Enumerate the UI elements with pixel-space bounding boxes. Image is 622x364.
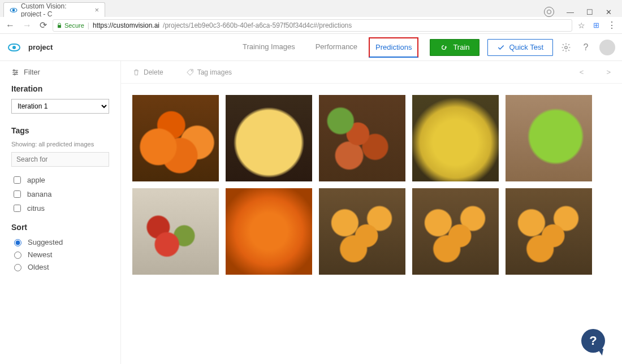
- prediction-thumb-5[interactable]: [506, 95, 592, 181]
- prediction-thumb-10[interactable]: [506, 188, 592, 275]
- sliders-icon: [11, 68, 19, 76]
- nav-forward-icon: →: [23, 20, 32, 31]
- tag-filter-citrus[interactable]: citrus: [11, 203, 109, 214]
- sort-label: Newest: [28, 250, 52, 259]
- tab-close-icon[interactable]: ×: [94, 6, 99, 14]
- nav-back-icon[interactable]: ←: [6, 20, 15, 31]
- filter-label: Filter: [24, 68, 40, 76]
- main-nav: Training Images Performance Predictions: [232, 34, 420, 61]
- help-icon[interactable]: ?: [580, 42, 591, 53]
- url-host: https://customvision.ai: [93, 21, 159, 29]
- sort-radio-newest[interactable]: [14, 252, 21, 259]
- help-chat-bubble[interactable]: ?: [581, 329, 605, 353]
- svg-point-6: [14, 70, 15, 71]
- sort-heading: Sort: [11, 223, 109, 232]
- url-path: /projects/1eb9e0c3-660b-40ef-a6ca-597f50…: [163, 21, 352, 29]
- tag-label: apple: [27, 176, 45, 184]
- sort-option-suggested[interactable]: Suggested: [11, 237, 109, 246]
- browser-tab[interactable]: Custom Vision: project - C ×: [3, 2, 105, 17]
- tag-checkbox-citrus[interactable]: [14, 205, 21, 212]
- image-toolbar: Delete Tag images < >: [121, 61, 622, 84]
- customvision-logo-icon[interactable]: [8, 44, 20, 51]
- header-actions: Train Quick Test ?: [430, 39, 615, 56]
- trash-icon: [132, 68, 140, 76]
- train-button-label: Train: [453, 43, 469, 51]
- delete-button[interactable]: Delete: [132, 68, 163, 76]
- prediction-thumb-1[interactable]: [132, 95, 219, 181]
- sort-option-oldest[interactable]: Oldest: [11, 262, 109, 271]
- iteration-heading: Iteration: [11, 84, 109, 93]
- window-maximize-icon[interactable]: ☐: [586, 8, 593, 16]
- delete-label: Delete: [144, 68, 163, 76]
- browser-title-bar: Custom Vision: project - C × — ☐ ✕: [0, 0, 622, 17]
- svg-point-7: [16, 71, 17, 72]
- tag-checkbox-banana[interactable]: [14, 190, 21, 198]
- page-next-button[interactable]: >: [606, 68, 611, 76]
- browser-tab-title: Custom Vision: project - C: [21, 2, 87, 18]
- tags-heading: Tags: [11, 126, 109, 135]
- project-name[interactable]: project: [28, 43, 53, 51]
- prediction-thumb-2[interactable]: [226, 95, 312, 181]
- prediction-thumb-4[interactable]: [412, 95, 499, 181]
- nav-reload-icon[interactable]: ⟳: [40, 20, 47, 31]
- gear-sync-icon: [439, 43, 448, 52]
- tag-images-label: Tag images: [197, 68, 232, 76]
- secure-lock-icon: Secure: [57, 22, 84, 29]
- tab-performance[interactable]: Performance: [305, 34, 368, 61]
- sort-radio-suggested[interactable]: [14, 239, 21, 246]
- sort-label: Suggested: [28, 238, 63, 246]
- prediction-thumb-8[interactable]: [319, 188, 405, 275]
- tag-icon: [186, 68, 194, 76]
- tab-predictions[interactable]: Predictions: [369, 37, 418, 58]
- iteration-select[interactable]: Iteration 1: [11, 99, 109, 114]
- check-icon: [497, 44, 505, 51]
- prediction-thumb-9[interactable]: [412, 188, 499, 275]
- svg-point-9: [191, 70, 192, 71]
- tags-showing-label: Showing: all predicted images: [11, 141, 109, 148]
- main-content: Delete Tag images < >: [121, 61, 622, 364]
- favicon-eye-icon: [10, 6, 18, 14]
- bookmark-star-icon[interactable]: ☆: [578, 21, 585, 30]
- tag-search-input[interactable]: [11, 152, 109, 167]
- sort-radio-oldest[interactable]: [14, 264, 21, 271]
- secure-label: Secure: [64, 22, 84, 29]
- quick-test-button[interactable]: Quick Test: [487, 39, 553, 56]
- tag-filter-apple[interactable]: apple: [11, 175, 109, 185]
- sort-option-newest[interactable]: Newest: [11, 250, 109, 259]
- svg-point-1: [12, 9, 15, 11]
- sort-label: Oldest: [28, 263, 49, 271]
- prediction-grid: [121, 84, 622, 286]
- train-button[interactable]: Train: [430, 39, 479, 56]
- quick-test-button-label: Quick Test: [509, 43, 543, 51]
- browser-address-bar: ← → ⟳ Secure | https://customvision.ai/p…: [0, 17, 622, 34]
- prediction-thumb-7[interactable]: [226, 188, 312, 275]
- window-minimize-icon[interactable]: —: [567, 8, 574, 16]
- prediction-thumb-3[interactable]: [319, 95, 405, 181]
- windows-icon[interactable]: ⊞: [593, 21, 599, 29]
- tab-training-images[interactable]: Training Images: [232, 34, 305, 61]
- tag-images-button[interactable]: Tag images: [186, 68, 232, 76]
- tag-label: banana: [27, 190, 51, 198]
- user-avatar[interactable]: [599, 40, 615, 55]
- svg-point-8: [14, 73, 15, 75]
- tag-label: citrus: [27, 204, 45, 213]
- filter-toggle[interactable]: Filter: [11, 68, 109, 76]
- tag-checkbox-apple[interactable]: [14, 176, 21, 184]
- settings-gear-icon[interactable]: [561, 42, 572, 53]
- tag-filter-banana[interactable]: banana: [11, 189, 109, 200]
- prediction-thumb-6[interactable]: [132, 188, 219, 275]
- svg-point-2: [565, 46, 568, 49]
- window-close-icon[interactable]: ✕: [606, 8, 612, 16]
- sidebar: Filter Iteration Iteration 1 Tags Showin…: [0, 61, 121, 364]
- chrome-menu-icon[interactable]: ⋮: [607, 20, 616, 31]
- app-header: project Training Images Performance Pred…: [0, 34, 622, 61]
- help-glyph: ?: [589, 333, 597, 348]
- omnibox[interactable]: Secure | https://customvision.ai/project…: [53, 19, 572, 32]
- page-prev-button[interactable]: <: [580, 68, 584, 76]
- chrome-profile-icon[interactable]: [544, 7, 554, 17]
